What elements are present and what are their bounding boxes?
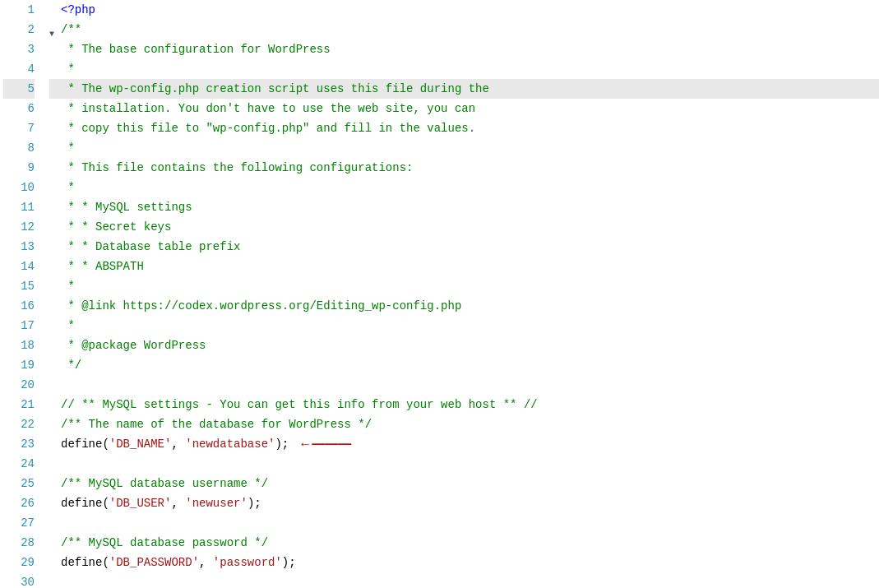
line-number-1: 1 bbox=[3, 0, 35, 20]
line-content-4: * bbox=[61, 59, 75, 79]
comment-text: * * Secret keys bbox=[61, 220, 171, 234]
comment-text: * bbox=[61, 63, 75, 76]
gutter-placeholder-24 bbox=[49, 454, 61, 474]
line-numbers: 1234567891011121314151617181920212223242… bbox=[0, 0, 41, 588]
code-line-22: /** The name of the database for WordPre… bbox=[49, 414, 879, 434]
line-number-30: 30 bbox=[3, 572, 35, 588]
comment-text: * * Database table prefix bbox=[61, 240, 240, 253]
line-number-19: 19 bbox=[3, 355, 35, 375]
tag-text: <?php bbox=[61, 3, 95, 16]
line-content-28: /** MySQL database password */ bbox=[61, 533, 268, 553]
line-content-5: * The wp-config.php creation script uses… bbox=[61, 79, 489, 99]
line-number-17: 17 bbox=[3, 316, 35, 336]
code-line-6: * installation. You don't have to use th… bbox=[49, 99, 879, 118]
comment-text: /** MySQL database username */ bbox=[61, 477, 268, 490]
gutter-placeholder-17 bbox=[49, 316, 61, 336]
code-line-24 bbox=[49, 454, 879, 474]
line-number-26: 26 bbox=[3, 493, 35, 513]
line-number-7: 7 bbox=[3, 118, 35, 138]
code-line-16: * @link https://codex.wordpress.org/Edit… bbox=[49, 296, 879, 316]
comment-text: * @link https://codex.wordpress.org/Edit… bbox=[61, 299, 461, 313]
line-number-11: 11 bbox=[3, 197, 35, 217]
comment-text: * copy this file to "wp-config.php" and … bbox=[61, 122, 475, 135]
line-content-6: * installation. You don't have to use th… bbox=[61, 99, 475, 118]
code-line-11: * * MySQL settings bbox=[49, 197, 879, 217]
line-number-3: 3 bbox=[3, 39, 35, 59]
fold-icon-2[interactable]: ▼ bbox=[49, 25, 59, 35]
gutter-placeholder-29 bbox=[49, 553, 61, 572]
gutter-placeholder-26 bbox=[49, 493, 61, 513]
gutter-placeholder-12 bbox=[49, 217, 61, 237]
code-line-25: /** MySQL database username */ bbox=[49, 474, 879, 493]
line-number-23: 23 bbox=[3, 434, 35, 454]
code-line-17: * bbox=[49, 316, 879, 336]
line-content-7: * copy this file to "wp-config.php" and … bbox=[61, 118, 475, 138]
line-content-29: define('DB_PASSWORD', 'password'); bbox=[61, 553, 296, 572]
comment-text: */ bbox=[61, 359, 81, 372]
code-line-26: define('DB_USER', 'newuser'); bbox=[49, 493, 879, 513]
gutter-placeholder-16 bbox=[49, 296, 61, 316]
line-content-19: */ bbox=[61, 355, 81, 375]
line-content-14: * * ABSPATH bbox=[61, 257, 144, 276]
code-line-20 bbox=[49, 375, 879, 395]
line-number-21: 21 bbox=[3, 395, 35, 414]
gutter-placeholder-3 bbox=[49, 39, 61, 59]
comment-text: // ** MySQL settings - You can get this … bbox=[61, 398, 538, 411]
line-content-26: define('DB_USER', 'newuser'); bbox=[61, 493, 261, 513]
code-line-21: // ** MySQL settings - You can get this … bbox=[49, 395, 879, 414]
line-number-25: 25 bbox=[3, 474, 35, 493]
code-line-14: * * ABSPATH bbox=[49, 257, 879, 276]
line-number-20: 20 bbox=[3, 375, 35, 395]
comment-text: * * MySQL settings bbox=[61, 201, 192, 214]
line-content-16: * @link https://codex.wordpress.org/Edit… bbox=[61, 296, 461, 316]
gutter-placeholder-23 bbox=[49, 434, 61, 454]
code-line-29: define('DB_PASSWORD', 'password'); bbox=[49, 553, 879, 572]
comment-text: * @package WordPress bbox=[61, 339, 206, 352]
gutter-placeholder-25 bbox=[49, 474, 61, 493]
line-number-29: 29 bbox=[3, 553, 35, 572]
line-number-18: 18 bbox=[3, 336, 35, 355]
line-number-28: 28 bbox=[3, 533, 35, 553]
code-line-18: * @package WordPress bbox=[49, 336, 879, 355]
code-line-28: /** MySQL database password */ bbox=[49, 533, 879, 553]
line-content-13: * * Database table prefix bbox=[61, 237, 240, 257]
gutter-placeholder-18 bbox=[49, 336, 61, 355]
code-line-19: */ bbox=[49, 355, 879, 375]
line-number-2: 2 bbox=[3, 20, 35, 39]
line-number-16: 16 bbox=[3, 296, 35, 316]
code-line-5: * The wp-config.php creation script uses… bbox=[49, 79, 879, 99]
code-line-27 bbox=[49, 513, 879, 533]
line-number-4: 4 bbox=[3, 59, 35, 79]
comment-text: * bbox=[61, 280, 75, 293]
code-line-4: * bbox=[49, 59, 879, 79]
code-line-9: * This file contains the following confi… bbox=[49, 158, 879, 178]
code-lines[interactable]: <?php▼/** * The base configuration for W… bbox=[41, 0, 879, 588]
comment-text: * The wp-config.php creation script uses… bbox=[61, 82, 489, 95]
comment-text: * * ABSPATH bbox=[61, 260, 144, 273]
gutter-placeholder-15 bbox=[49, 276, 61, 296]
gutter-placeholder-1 bbox=[49, 0, 61, 20]
gutter-placeholder-19 bbox=[49, 355, 61, 375]
line-number-8: 8 bbox=[3, 138, 35, 158]
code-line-1: <?php bbox=[49, 0, 879, 20]
line-content-2: /** bbox=[61, 20, 81, 39]
comment-text: * This file contains the following confi… bbox=[61, 161, 413, 174]
code-line-23: define('DB_NAME', 'newdatabase');←——— bbox=[49, 434, 879, 454]
line-content-23: define('DB_NAME', 'newdatabase'); bbox=[61, 434, 289, 454]
line-number-13: 13 bbox=[3, 237, 35, 257]
gutter-placeholder-22 bbox=[49, 414, 61, 434]
comment-text: * bbox=[61, 181, 75, 194]
line-content-11: * * MySQL settings bbox=[61, 197, 192, 217]
gutter-placeholder-30 bbox=[49, 572, 61, 588]
line-content-18: * @package WordPress bbox=[61, 336, 206, 355]
gutter-placeholder-8 bbox=[49, 138, 61, 158]
gutter-placeholder-21 bbox=[49, 395, 61, 414]
comment-text: /** MySQL database password */ bbox=[61, 536, 268, 549]
line-number-6: 6 bbox=[3, 99, 35, 118]
code-line-2: ▼/** bbox=[49, 20, 879, 39]
comment-text: * installation. You don't have to use th… bbox=[61, 102, 475, 115]
line-content-17: * bbox=[61, 316, 75, 336]
line-content-8: * bbox=[61, 138, 75, 158]
line-number-27: 27 bbox=[3, 513, 35, 533]
line-content-15: * bbox=[61, 276, 75, 296]
